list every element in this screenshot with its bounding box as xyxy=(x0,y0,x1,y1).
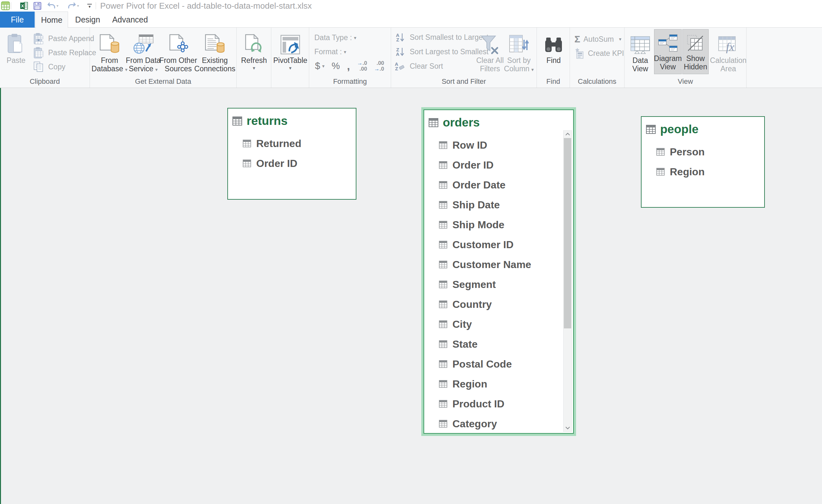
format-dropdown[interactable]: Format : ▾ xyxy=(314,47,346,56)
field-row[interactable]: Segment xyxy=(424,275,573,295)
paste-append-label: Paste Append xyxy=(48,34,94,43)
paste-button[interactable]: Paste xyxy=(3,30,30,64)
from-data-service-button[interactable]: From Data Service▾ xyxy=(127,30,159,74)
field-row[interactable]: Order ID xyxy=(424,155,573,175)
from-database-button[interactable]: From Database▾ xyxy=(93,30,126,74)
field-icon xyxy=(656,168,665,175)
from-other-sources-button[interactable]: From Other Sources xyxy=(162,30,194,73)
orders-scrollbar[interactable] xyxy=(563,130,572,432)
refresh-button[interactable]: Refresh ▾ xyxy=(239,30,270,71)
undo-button[interactable]: ▾ xyxy=(47,0,58,12)
currency-dropdown-icon: ▾ xyxy=(322,63,325,69)
table-orders[interactable]: orders Row ID Order ID Order Date Ship D… xyxy=(424,109,574,434)
from-data-service-label-1: From Data xyxy=(126,56,161,64)
tab-advanced[interactable]: Advanced xyxy=(112,12,148,28)
table-orders-header[interactable]: orders xyxy=(424,110,573,135)
existing-connections-label-1: Existing xyxy=(202,56,228,64)
thousands-separator-button[interactable]: , xyxy=(347,60,350,72)
copy-button[interactable]: Copy xyxy=(32,60,96,74)
excel-icon[interactable]: X xyxy=(19,0,29,12)
diagram-view-label-2: View xyxy=(660,63,676,71)
data-type-dropdown[interactable]: Data Type : ▾ xyxy=(314,33,356,42)
table-returns[interactable]: returns Returned Order ID xyxy=(227,108,356,200)
scrollbar-thumb[interactable] xyxy=(564,138,571,329)
decrease-decimals-button[interactable]: .00→.0 xyxy=(374,60,384,72)
field-row[interactable]: Order Date xyxy=(424,175,573,195)
format-label: Format : xyxy=(314,47,342,56)
customize-qat-button[interactable]: ▾ xyxy=(85,0,94,12)
paste-replace-button[interactable]: Paste Replace xyxy=(32,46,96,60)
paste-append-button[interactable]: Paste Append xyxy=(32,31,96,46)
currency-format-button[interactable]: $ ▾ xyxy=(315,61,325,71)
field-row[interactable]: Customer Name xyxy=(424,255,573,275)
field-row[interactable]: Country xyxy=(424,295,573,314)
autosum-button[interactable]: Σ AutoSum ▾ xyxy=(574,32,624,46)
field-label: Row ID xyxy=(452,139,487,151)
calculation-area-button[interactable]: fx Calculation Area xyxy=(711,30,746,73)
percent-format-button[interactable]: % xyxy=(332,61,340,71)
tab-file[interactable]: File xyxy=(0,12,35,28)
field-row[interactable]: Ship Mode xyxy=(424,215,573,235)
save-button[interactable] xyxy=(32,0,42,12)
refresh-label: Refresh xyxy=(241,56,267,64)
field-icon xyxy=(439,360,447,368)
field-row[interactable]: Region xyxy=(642,162,764,182)
find-button[interactable]: Find xyxy=(539,30,568,64)
data-view-button[interactable]: Data View xyxy=(627,30,654,73)
show-hidden-label-1: Show xyxy=(686,54,705,63)
field-row[interactable]: Ship Date xyxy=(424,195,573,215)
table-icon xyxy=(429,118,438,127)
field-row[interactable]: Region xyxy=(424,374,573,394)
field-row[interactable]: Postal Code xyxy=(424,354,573,374)
field-icon xyxy=(439,241,447,248)
from-data-service-label-2: Service xyxy=(129,64,153,73)
table-icon xyxy=(646,125,656,134)
table-people[interactable]: people Person Region xyxy=(641,116,765,208)
redo-dropdown-icon[interactable]: ▾ xyxy=(77,4,79,8)
powerpivot-window: X ▾ ▾ ▾ Power Pivot for Excel - add-tabl… xyxy=(0,0,822,504)
field-row[interactable]: Row ID xyxy=(424,135,573,155)
existing-connections-label-2: Connections xyxy=(194,64,236,73)
scroll-down-arrow[interactable] xyxy=(563,424,571,431)
field-row[interactable]: State xyxy=(424,334,573,354)
sort-filter-group-label: Sort and Filter xyxy=(391,77,536,86)
data-type-dropdown-icon: ▾ xyxy=(354,35,356,41)
field-row[interactable]: Returned xyxy=(228,133,356,153)
field-icon xyxy=(439,141,447,149)
create-kpi-button[interactable]: Create KPI xyxy=(574,46,624,60)
field-icon xyxy=(439,320,447,328)
calculation-area-icon: fx xyxy=(718,30,739,55)
field-icon xyxy=(656,148,665,156)
tab-design[interactable]: Design xyxy=(74,12,101,28)
field-row[interactable]: Order ID xyxy=(228,153,356,173)
show-hidden-button[interactable]: Show Hidden xyxy=(682,29,709,74)
ribbon-group-clipboard: Paste Paste Append Paste Replace xyxy=(0,28,90,88)
clear-filters-label-1: Clear All xyxy=(476,56,504,64)
data-view-label-1: Data xyxy=(633,56,648,64)
field-row[interactable]: Customer ID xyxy=(424,235,573,255)
undo-dropdown-icon[interactable]: ▾ xyxy=(56,4,58,8)
diagram-canvas[interactable]: returns Returned Order ID orders Row ID … xyxy=(0,88,822,504)
field-label: State xyxy=(452,338,477,350)
sort-by-column-button[interactable]: Sort by Column▾ xyxy=(502,30,536,74)
from-database-label-2: Database xyxy=(91,64,123,73)
field-row[interactable]: Person xyxy=(642,142,764,162)
paste-replace-label: Paste Replace xyxy=(48,48,96,57)
other-sources-icon xyxy=(168,30,188,55)
table-returns-header[interactable]: returns xyxy=(228,108,356,133)
autosum-dropdown-icon: ▾ xyxy=(619,36,622,42)
pivottable-label: PivotTable xyxy=(273,56,307,64)
table-people-header[interactable]: people xyxy=(642,117,764,142)
pivottable-button[interactable]: PivotTable ▾ xyxy=(274,30,307,71)
scroll-up-arrow[interactable] xyxy=(563,131,571,138)
redo-button[interactable]: ▾ xyxy=(67,0,79,12)
field-row[interactable]: Product ID xyxy=(424,394,573,414)
increase-decimals-button[interactable]: →.0.00 xyxy=(357,60,367,72)
existing-connections-button[interactable]: Existing Connections xyxy=(198,30,232,73)
field-row[interactable]: Category xyxy=(424,414,573,434)
data-view-label-2: View xyxy=(632,64,648,73)
tab-home[interactable]: Home xyxy=(35,12,68,28)
field-icon xyxy=(243,159,251,167)
diagram-view-button[interactable]: Diagram View xyxy=(654,29,682,74)
field-row[interactable]: City xyxy=(424,314,573,334)
